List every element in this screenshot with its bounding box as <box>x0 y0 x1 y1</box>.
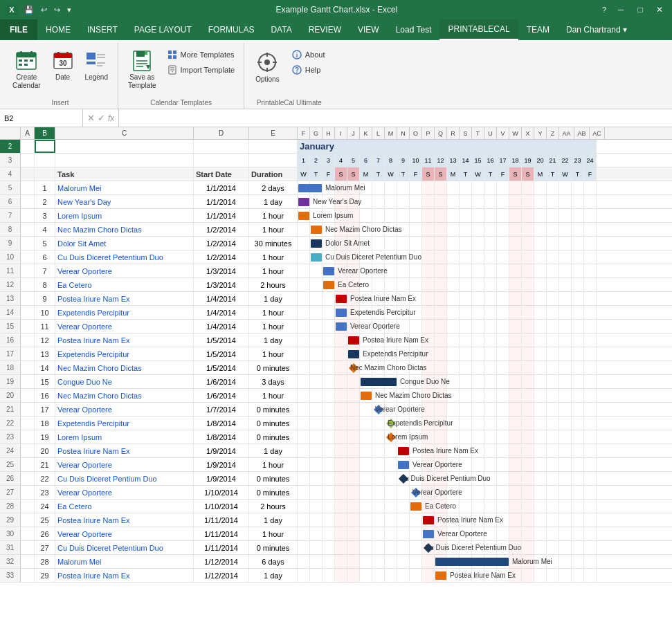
cell-a20[interactable] <box>21 389 35 402</box>
cell-a14[interactable] <box>21 306 35 319</box>
cell-a31[interactable] <box>21 541 35 554</box>
cell-a13[interactable] <box>21 292 35 305</box>
cell-c24[interactable]: Postea Iriure Nam Ex <box>55 444 194 457</box>
cell-b16[interactable]: 12 <box>35 333 55 347</box>
cell-b21[interactable]: 17 <box>35 403 55 416</box>
cell-a8[interactable] <box>21 223 35 236</box>
cell-b23[interactable]: 19 <box>35 430 55 443</box>
cell-e7[interactable]: 1 hour <box>249 209 298 222</box>
cell-c4-task[interactable]: Task <box>55 167 194 181</box>
col-header-g[interactable]: G <box>310 127 323 139</box>
cell-d8[interactable]: 1/2/2014 <box>194 223 249 236</box>
cell-e4-duration[interactable]: Duration <box>249 167 298 181</box>
cell-c30[interactable]: Verear Oportere <box>55 527 194 540</box>
col-header-c[interactable]: C <box>55 127 194 139</box>
cell-c17[interactable]: Expetendis Percipitur <box>55 347 194 360</box>
col-header-aa[interactable]: AA <box>559 127 574 139</box>
cell-b26[interactable]: 22 <box>35 472 55 485</box>
menu-load-test[interactable]: Load Test <box>388 19 440 40</box>
cell-e11[interactable]: 1 hour <box>249 264 298 277</box>
col-header-y[interactable]: Y <box>534 127 547 139</box>
cell-d28[interactable]: 1/10/2014 <box>194 500 249 513</box>
cell-c20[interactable]: Nec Mazim Choro Dictas <box>55 389 194 402</box>
cell-a2[interactable] <box>21 140 35 153</box>
cell-c33[interactable]: Postea Iriure Nam Ex <box>55 569 194 582</box>
col-header-ac[interactable]: AC <box>590 127 605 139</box>
cell-b29[interactable]: 25 <box>35 513 55 527</box>
cell-a6[interactable] <box>21 195 35 208</box>
cell-d6[interactable]: 1/1/2014 <box>194 195 249 208</box>
cell-d4-start[interactable]: Start Date <box>194 167 249 181</box>
cell-e16[interactable]: 1 day <box>249 333 298 347</box>
options-btn[interactable]: Options <box>250 47 284 88</box>
cell-d33[interactable]: 1/12/2014 <box>194 569 249 582</box>
cell-e23[interactable]: 0 minutes <box>249 430 298 443</box>
col-header-w[interactable]: W <box>509 127 522 139</box>
cell-e20[interactable]: 1 hour <box>249 389 298 402</box>
file-menu[interactable]: FILE <box>0 19 37 40</box>
cell-b15[interactable]: 11 <box>35 320 55 333</box>
cell-e29[interactable]: 1 day <box>249 513 298 527</box>
cell-b6[interactable]: 2 <box>35 195 55 208</box>
cell-d31[interactable]: 1/11/2014 <box>194 541 249 554</box>
save-qa-btn[interactable]: 💾 <box>22 4 36 16</box>
col-header-p[interactable]: P <box>422 127 435 139</box>
more-templates-btn[interactable]: More Templates <box>163 47 239 62</box>
cell-a17[interactable] <box>21 347 35 360</box>
cell-b33[interactable]: 29 <box>35 569 55 582</box>
cell-e14[interactable]: 1 hour <box>249 306 298 319</box>
cell-e19[interactable]: 3 days <box>249 375 298 388</box>
cell-c21[interactable]: Verear Oportere <box>55 403 194 416</box>
cell-e10[interactable]: 1 hour <box>249 250 298 264</box>
save-as-template-btn[interactable]: Save asTemplate <box>124 47 161 93</box>
cell-a23[interactable] <box>21 430 35 443</box>
cell-c15[interactable]: Verear Oportere <box>55 320 194 333</box>
cell-d21[interactable]: 1/7/2014 <box>194 403 249 416</box>
cell-e26[interactable]: 0 minutes <box>249 472 298 485</box>
cell-e17[interactable]: 1 hour <box>249 347 298 360</box>
cell-b19[interactable]: 15 <box>35 375 55 388</box>
cell-a4[interactable] <box>21 167 35 181</box>
cell-d13[interactable]: 1/4/2014 <box>194 292 249 305</box>
cell-b25[interactable]: 21 <box>35 458 55 471</box>
cell-d14[interactable]: 1/4/2014 <box>194 306 249 319</box>
cell-c31[interactable]: Cu Duis Diceret Petentium Duo <box>55 541 194 554</box>
col-header-j[interactable]: J <box>347 127 360 139</box>
cell-b2[interactable] <box>35 140 55 153</box>
help-btn[interactable]: ? <box>600 4 608 15</box>
cell-c10[interactable]: Cu Duis Diceret Petentium Duo <box>55 250 194 264</box>
name-box[interactable] <box>0 109 83 127</box>
cell-e21[interactable]: 0 minutes <box>249 403 298 416</box>
cell-b8[interactable]: 4 <box>35 223 55 236</box>
cell-a25[interactable] <box>21 458 35 471</box>
col-header-k[interactable]: K <box>360 127 372 139</box>
cell-c23[interactable]: Lorem Ipsum <box>55 430 194 443</box>
cell-c22[interactable]: Expetendis Percipitur <box>55 417 194 430</box>
cell-c13[interactable]: Postea Iriure Nam Ex <box>55 292 194 305</box>
cell-a29[interactable] <box>21 513 35 527</box>
cell-b31[interactable]: 27 <box>35 541 55 554</box>
cell-b5[interactable]: 1 <box>35 181 55 194</box>
menu-team[interactable]: TEAM <box>518 19 558 40</box>
cell-c14[interactable]: Expetendis Percipitur <box>55 306 194 319</box>
cell-e32[interactable]: 6 days <box>249 555 298 568</box>
col-header-f[interactable]: F <box>298 127 310 139</box>
cell-a22[interactable] <box>21 417 35 430</box>
cell-b11[interactable]: 7 <box>35 264 55 277</box>
cell-d29[interactable]: 1/11/2014 <box>194 513 249 527</box>
menu-user[interactable]: Dan Chartrand ▾ <box>558 19 635 40</box>
cell-b27[interactable]: 23 <box>35 486 55 499</box>
cell-d7[interactable]: 1/1/2014 <box>194 209 249 222</box>
cell-b28[interactable]: 24 <box>35 500 55 513</box>
cell-e5[interactable]: 2 days <box>249 181 298 194</box>
cell-d25[interactable]: 1/9/2014 <box>194 458 249 471</box>
redo-qa-btn[interactable]: ↪ <box>52 4 62 16</box>
formula-cancel-icon[interactable]: ✕ <box>87 113 95 123</box>
menu-view[interactable]: VIEW <box>349 19 388 40</box>
menu-formulas[interactable]: FORMULAS <box>200 19 263 40</box>
col-header-z[interactable]: Z <box>547 127 559 139</box>
cell-a27[interactable] <box>21 486 35 499</box>
minimize-btn[interactable]: ─ <box>614 3 628 17</box>
cell-c27[interactable]: Verear Oportere <box>55 486 194 499</box>
help-ribbon-btn[interactable]: ? Help <box>288 62 329 77</box>
